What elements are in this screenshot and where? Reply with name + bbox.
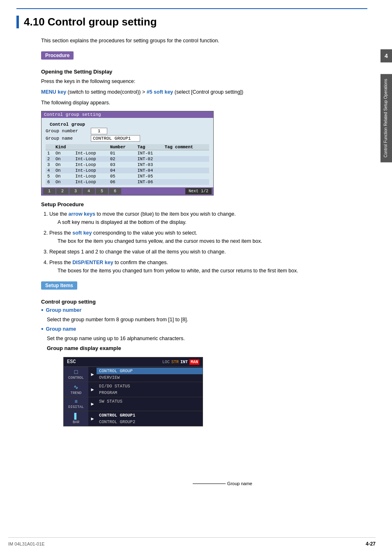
col-header-comment: Tag comment <box>163 144 209 150</box>
table-row: 3 On Int-Loop 03 INT-03 <box>46 162 209 168</box>
group-name-example-heading: Group name display example <box>47 345 343 351</box>
display-section-label: Control group <box>46 122 209 127</box>
menu-digital-items: SW STATUS <box>97 397 203 411</box>
group-number-label: Group number <box>46 129 91 134</box>
step-2-sub: The box for the item you changed turns y… <box>58 237 343 245</box>
side-tab-number: 4 <box>380 49 392 62</box>
bullet-group-number: • Group number <box>41 307 343 314</box>
table-row: 2 On Int-Loop 02 INT-02 <box>46 156 209 162</box>
soft-key-1[interactable]: 1 <box>43 188 55 194</box>
soft-key-5[interactable]: 5 <box>96 188 108 194</box>
menu-arrow-digital: ▶ <box>88 397 97 411</box>
col-header-number: Number <box>108 144 136 150</box>
menu-bar-items: CONTROL GROUP1 CONTROL GROUP2 <box>97 411 203 426</box>
row-number: 01 <box>108 150 136 157</box>
soft-key-2[interactable]: 2 <box>56 188 69 194</box>
step-1-sub: A soft key menu is displayed at the bott… <box>58 218 343 226</box>
menu-item-control-group[interactable]: CONTROL GROUP <box>97 368 203 374</box>
menu-loc: LOC <box>162 360 170 364</box>
table-row: 4 On Int-Loop 04 INT-04 <box>46 168 209 173</box>
menu-arrow-bar: ▶ <box>88 411 97 426</box>
menu-item-overview[interactable]: OVERVIEW <box>97 374 203 381</box>
row-number: 06 <box>108 179 136 185</box>
group-name-bullet-label: Group name <box>46 326 76 332</box>
row-num: 4 <box>46 168 54 173</box>
menu-esc: ESC <box>67 359 76 365</box>
soft-key-4[interactable]: 4 <box>83 188 95 194</box>
annotation-line <box>193 484 226 484</box>
row-comment <box>163 156 209 162</box>
row-comment <box>163 162 209 168</box>
menu-row-digital: ≡ DIGITAL ▶ SW STATUS <box>64 397 203 411</box>
group-name-value: CONTROL GROUP1 <box>91 135 140 142</box>
menu-str: STR <box>171 360 179 364</box>
soft-key-term-2: soft key <box>72 230 92 236</box>
opening-line3: The following display appears. <box>41 99 343 107</box>
menu-item-control-group2[interactable]: CONTROL GROUP2 <box>97 419 203 425</box>
step-4-sub: The boxes for the items you changed turn… <box>58 267 343 275</box>
group-name-label: Group name <box>46 136 91 141</box>
page-title: 4.10 Control group setting <box>24 16 157 28</box>
row-comment <box>163 179 209 185</box>
row-num: 5 <box>46 173 54 179</box>
row-kind: On <box>54 179 74 185</box>
row-num: 2 <box>46 156 54 162</box>
menu-arrow-trend: ▶ <box>88 382 97 397</box>
menu-item-control-group1[interactable]: CONTROL GROUP1 <box>97 412 203 419</box>
menu-row-control: □ CONTROL ▶ CONTROL GROUP OVERVIEW <box>64 367 203 382</box>
setup-procedure-list: Use the arrow keys to move the cursor (b… <box>49 210 343 275</box>
soft-key-6[interactable]: 6 <box>109 188 121 194</box>
row-number: 02 <box>108 156 136 162</box>
menu-item-program[interactable]: PROGRAM <box>97 389 203 396</box>
menu-item-dido[interactable]: DI/DO STATUS <box>97 383 203 389</box>
row-type: Int-Loop <box>74 173 108 179</box>
control-group-display: Control group setting Control group Grou… <box>41 111 214 196</box>
intro-text: This section explains the procedures for… <box>41 38 219 44</box>
group-name-annotation: Group name <box>193 481 252 486</box>
menu-int: INT <box>180 360 188 364</box>
row-tag: INT-03 <box>136 162 163 168</box>
row-type: Int-Loop <box>74 156 108 162</box>
row-comment <box>163 150 209 157</box>
col-header-tag: Tag <box>136 144 163 150</box>
opening-line2-end: (select [Control group setting]) <box>173 89 243 95</box>
step-3: Repeat steps 1 and 2 to change the value… <box>49 248 343 256</box>
menu-icon-bar: ▋ BAR <box>64 411 88 426</box>
menu-icon-digital: ≡ DIGITAL <box>64 397 88 411</box>
row-type: Int-Loop <box>74 150 108 157</box>
row-tag: INT-02 <box>136 156 163 162</box>
menu-row-trend: ∿ TREND ▶ DI/DO STATUS PROGRAM <box>64 382 203 397</box>
col-header-type <box>74 144 108 150</box>
annotation-label: Group name <box>227 481 252 486</box>
step-3-text: Repeat steps 1 and 2 to change the value… <box>49 249 226 255</box>
opening-line2-mid: (switch to setting mode(control)) > <box>66 89 147 95</box>
setup-items-heading: Control group setting <box>41 299 343 305</box>
setup-procedure-heading: Setup Procedure <box>41 201 343 207</box>
menu-arrow-control: ▶ <box>88 367 97 382</box>
row-comment <box>163 168 209 173</box>
table-row: 5 On Int-Loop 05 INT-05 <box>46 173 209 179</box>
soft-key-3[interactable]: 3 <box>69 188 82 194</box>
menu-man: MAN <box>189 359 199 365</box>
disp-key-term: DISP/ENTER key <box>72 260 113 265</box>
arrow-keys-term: arrow keys <box>69 211 95 217</box>
menu-icon-control: □ CONTROL <box>64 367 88 382</box>
group-name-desc: Set the group name using up to 16 alphan… <box>47 334 343 343</box>
step-4: Press the DISP/ENTER key to confirm the … <box>49 258 343 275</box>
step-2: Press the soft key corresponding to the … <box>49 229 343 245</box>
menu-top-right: LOC STR INT MAN <box>162 359 199 365</box>
row-kind: On <box>54 162 74 168</box>
group-number-bullet-label: Group number <box>46 307 82 313</box>
group-number-value: 1 <box>91 128 107 134</box>
row-type: Int-Loop <box>74 179 108 185</box>
menu-item-sw-status[interactable]: SW STATUS <box>97 398 203 405</box>
menu-top-bar: ESC LOC STR INT MAN <box>64 357 203 367</box>
row-num: 6 <box>46 179 54 185</box>
soft-key-next[interactable]: Next 1/2 <box>185 188 212 194</box>
menu-display: ESC LOC STR INT MAN □ CONTROL ▶ <box>63 357 203 426</box>
footer-doc-number: IM 04L31A01-01E <box>8 541 45 546</box>
table-row: 6 On Int-Loop 06 INT-06 <box>46 179 209 185</box>
menu-display-container: ESC LOC STR INT MAN □ CONTROL ▶ <box>47 354 203 430</box>
setup-items-badge: Setup Items <box>41 281 77 290</box>
menu-icon-trend: ∿ TREND <box>64 382 88 397</box>
